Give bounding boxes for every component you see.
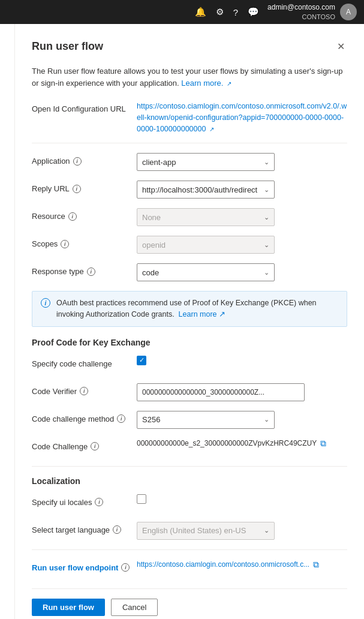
pkce-ext-link-icon: ↗	[219, 310, 225, 318]
scopes-dropdown-arrow: ⌄	[264, 241, 269, 249]
specify-code-challenge-label: Specify code challenge	[32, 356, 137, 368]
select-target-language-arrow: ⌄	[264, 527, 269, 534]
reply-url-row: Reply URL i http://localhost:3000/auth/r…	[32, 181, 347, 200]
separator-1	[32, 143, 347, 143]
reply-url-info-icon: i	[73, 185, 81, 193]
specify-ui-locales-row: Specify ui locales i	[32, 494, 347, 513]
code-challenge-method-label: Code challenge method i	[32, 411, 137, 423]
specify-ui-locales-checkbox[interactable]	[137, 494, 146, 504]
openid-url-link[interactable]: https://contoso.ciamlogin.com/contoso.on…	[137, 102, 347, 133]
copy-code-challenge-icon[interactable]: ⧉	[320, 438, 326, 449]
response-type-label: Response type i	[32, 263, 137, 276]
settings-icon[interactable]: ⚙	[216, 7, 224, 17]
pkce-learn-more-link[interactable]: Learn more ↗	[179, 310, 225, 318]
application-dropdown[interactable]: client-app ⌄	[137, 153, 275, 171]
specify-code-challenge-checkbox[interactable]: ✓	[137, 356, 146, 365]
nav-icons: 🔔 ⚙ ? 💬	[195, 7, 259, 17]
user-name: admin@contoso.com	[267, 3, 335, 13]
main-panel: Run user flow ✕ The Run user flow featur…	[15, 24, 364, 619]
checkmark-icon: ✓	[139, 357, 145, 363]
user-info: admin@contoso.com CONTOSO A	[267, 3, 357, 21]
endpoint-url-link[interactable]: https://contoso.ciamlogin.com/contoso.on…	[137, 560, 309, 569]
application-dropdown-container: client-app ⌄	[137, 153, 347, 171]
run-user-flow-endpoint-info-icon: i	[121, 563, 130, 572]
resource-dropdown[interactable]: None ⌄	[137, 208, 275, 226]
pkce-info-icon: i	[41, 298, 50, 308]
resource-row: Resource i None ⌄	[32, 208, 347, 227]
openid-url-row: Open Id Configuration URL https://contos…	[32, 101, 347, 134]
layout: Run user flow ✕ The Run user flow featur…	[0, 24, 364, 619]
reply-url-dropdown-arrow: ⌄	[264, 186, 269, 194]
panel-title: Run user flow	[32, 40, 103, 53]
specify-code-challenge-row: Specify code challenge ✓	[32, 356, 347, 375]
code-challenge-method-info-icon: i	[117, 414, 125, 423]
run-user-flow-endpoint-url: https://contoso.ciamlogin.com/contoso.on…	[137, 560, 347, 570]
specify-ui-locales-label: Specify ui locales i	[32, 494, 137, 507]
code-challenge-value: 000000000000e_s2_30000000000ZVpvKzHRC49C…	[137, 438, 347, 449]
response-type-dropdown-arrow: ⌄	[264, 269, 269, 277]
code-verifier-info-icon: i	[80, 387, 88, 395]
code-challenge-info-icon: i	[91, 442, 99, 450]
openid-ext-link-icon: ↗	[209, 125, 214, 134]
response-type-row: Response type i code ⌄	[32, 263, 347, 283]
run-user-flow-endpoint-row: Run user flow endpoint i https://contoso…	[32, 560, 347, 579]
specify-ui-locales-checkbox-container	[137, 494, 347, 504]
response-type-dropdown-container: code ⌄	[137, 263, 347, 281]
scopes-label: Scopes i	[32, 236, 137, 248]
separator-3	[32, 549, 347, 550]
bell-icon[interactable]: 🔔	[195, 7, 206, 17]
action-bar: Run user flow Cancel	[32, 588, 347, 616]
select-target-language-dropdown[interactable]: English (United States) en-US ⌄	[137, 522, 275, 540]
description-text: The Run user flow feature allows you to …	[32, 65, 347, 89]
code-challenge-method-dropdown[interactable]: S256 ⌄	[137, 411, 275, 429]
openid-url-value: https://contoso.ciamlogin.com/contoso.on…	[137, 101, 347, 134]
code-verifier-label: Code Verifier i	[32, 383, 137, 396]
response-type-dropdown[interactable]: code ⌄	[137, 263, 275, 281]
select-target-language-info-icon: i	[113, 525, 121, 534]
run-user-flow-endpoint-label: Run user flow endpoint i	[32, 560, 137, 572]
response-type-info-icon: i	[87, 268, 95, 276]
resource-info-icon: i	[68, 212, 77, 221]
code-challenge-method-row: Code challenge method i S256 ⌄	[32, 411, 347, 430]
reply-url-dropdown[interactable]: http://localhost:3000/auth/redirect ⌄	[137, 181, 275, 199]
application-info-icon: i	[73, 157, 82, 166]
close-button[interactable]: ✕	[335, 38, 347, 55]
avatar[interactable]: A	[340, 4, 357, 20]
application-label: Application i	[32, 153, 137, 166]
cancel-button[interactable]: Cancel	[111, 599, 158, 616]
proof-code-heading: Proof Code for Key Exchange	[32, 338, 347, 347]
sidebar	[0, 24, 15, 619]
code-verifier-input[interactable]	[137, 383, 305, 401]
code-verifier-input-container	[137, 383, 347, 401]
help-icon[interactable]: ?	[233, 7, 238, 17]
code-challenge-method-dropdown-container: S256 ⌄	[137, 411, 347, 429]
reply-url-label: Reply URL i	[32, 181, 137, 193]
panel: Run user flow ✕ The Run user flow featur…	[15, 24, 364, 619]
specify-code-challenge-checkbox-container: ✓	[137, 356, 347, 365]
scopes-info-icon: i	[61, 240, 69, 248]
pkce-info-box: i OAuth best practices recommend use of …	[32, 291, 347, 327]
localization-heading: Localization	[32, 476, 347, 486]
application-row: Application i client-app ⌄	[32, 153, 347, 172]
resource-dropdown-container: None ⌄	[137, 208, 347, 226]
learn-more-link[interactable]: Learn more. ↗	[181, 79, 231, 88]
resource-label: Resource i	[32, 208, 137, 221]
openid-label: Open Id Configuration URL	[32, 101, 137, 113]
chat-icon[interactable]: 💬	[248, 7, 259, 17]
reply-url-dropdown-container: http://localhost:3000/auth/redirect ⌄	[137, 181, 347, 199]
application-dropdown-arrow: ⌄	[264, 158, 269, 166]
specify-ui-locales-info-icon: i	[95, 498, 103, 506]
code-challenge-method-arrow: ⌄	[264, 416, 269, 423]
select-target-language-label: Select target language i	[32, 522, 137, 534]
code-challenge-label: Code Challenge i	[32, 438, 137, 451]
scopes-row: Scopes i openid ⌄	[32, 236, 347, 255]
scopes-dropdown[interactable]: openid ⌄	[137, 236, 275, 254]
select-target-language-row: Select target language i English (United…	[32, 522, 347, 541]
user-text: admin@contoso.com CONTOSO	[267, 3, 335, 21]
resource-dropdown-arrow: ⌄	[264, 214, 269, 221]
separator-2	[32, 466, 347, 467]
select-target-language-dropdown-container: English (United States) en-US ⌄	[137, 522, 347, 540]
panel-header: Run user flow ✕	[32, 38, 347, 55]
run-user-flow-button[interactable]: Run user flow	[32, 599, 105, 616]
copy-endpoint-icon[interactable]: ⧉	[313, 560, 319, 570]
